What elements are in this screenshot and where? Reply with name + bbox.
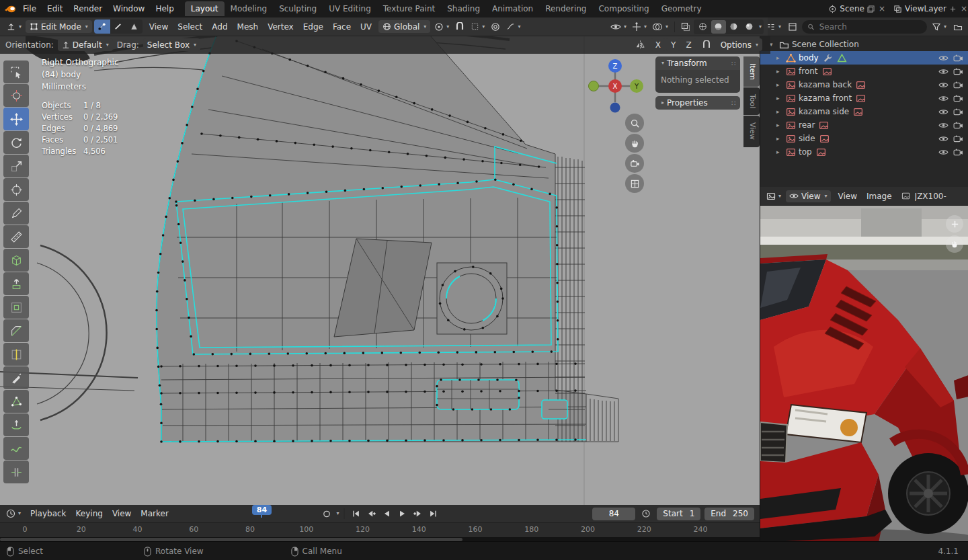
image-data-icon[interactable] (819, 134, 830, 144)
image-data-icon[interactable] (819, 120, 829, 130)
disable-in-renders-toggle[interactable] (953, 122, 963, 129)
vertex-select-button[interactable] (94, 19, 110, 34)
transform-orientation-dropdown[interactable]: Global ▾ (378, 20, 430, 33)
image-pan-button[interactable] (946, 235, 963, 253)
playhead[interactable]: 84 (252, 505, 272, 519)
viewport-canvas[interactable]: Right Orthographic (84) body Millimeters… (0, 36, 760, 505)
shading-solid-button[interactable] (711, 20, 726, 34)
image-name[interactable]: JZX100- (915, 192, 946, 201)
shading-wireframe-button[interactable] (696, 20, 711, 34)
sidebar-tab[interactable]: View (743, 116, 760, 147)
expand-icon[interactable]: ▸ (776, 135, 783, 142)
properties-panel-header[interactable]: ▸ Properties ∷ (655, 96, 740, 110)
hide-in-viewport-toggle[interactable] (938, 135, 949, 143)
grid-ortho-button[interactable] (625, 174, 644, 193)
timeline-menu-item[interactable]: Playback (26, 507, 71, 520)
image-editor-menu-item[interactable]: View (834, 190, 862, 203)
tool-smooth-button[interactable] (3, 437, 29, 460)
expand-icon[interactable]: ▸ (776, 68, 783, 75)
tool-bevel-button[interactable] (3, 319, 29, 342)
orientation-dropdown[interactable]: Default ▾ (58, 38, 113, 51)
hide-in-viewport-toggle[interactable] (938, 81, 949, 89)
edge-select-button[interactable] (110, 19, 126, 34)
outliner-object-row[interactable]: ▸ kazama side (760, 105, 968, 118)
workspace-tab[interactable]: Rendering (539, 1, 592, 16)
tool-add-cube-button[interactable] (3, 249, 29, 272)
face-select-button[interactable] (126, 19, 143, 34)
tool-knife-button[interactable] (3, 366, 29, 389)
start-frame-field[interactable]: Start1 (657, 508, 700, 520)
hide-in-viewport-toggle[interactable] (938, 149, 949, 156)
shading-rendered-button[interactable] (742, 20, 757, 34)
proportional-editing-toggle[interactable] (489, 21, 502, 33)
options-dropdown[interactable]: Options ▾ (717, 38, 762, 51)
viewlayer-selector[interactable]: ViewLayer × (890, 3, 968, 15)
image-data-icon[interactable] (853, 107, 863, 117)
viewport-menu-item[interactable]: Add (207, 20, 232, 34)
hide-in-viewport-toggle[interactable] (938, 108, 949, 116)
end-frame-field[interactable]: End250 (704, 508, 754, 520)
tool-scale-button[interactable] (3, 155, 29, 177)
tool-poly-build-button[interactable] (3, 390, 29, 413)
panel-grip[interactable]: ∷ (731, 99, 735, 107)
unlink-scene-button[interactable]: × (877, 4, 887, 13)
tool-rip-button[interactable] (3, 461, 29, 483)
disable-in-renders-toggle[interactable] (953, 95, 963, 102)
falloff-dropdown[interactable]: ▾ (504, 21, 522, 32)
tool-select-box-button[interactable] (3, 61, 29, 83)
app-menu-item[interactable]: Edit (42, 2, 68, 15)
snap-target-dropdown[interactable]: ▾ (469, 21, 487, 32)
gizmo-y-neg[interactable] (589, 81, 599, 91)
outliner-object-row[interactable]: ▸ kazama back (760, 78, 968, 91)
prev-keyframe-button[interactable] (365, 507, 378, 520)
tool-transform-button[interactable] (3, 178, 29, 201)
gizmo-z-neg[interactable] (610, 103, 620, 113)
editor-mode-dropdown[interactable]: View ▾ (786, 190, 831, 202)
sidebar-tab[interactable]: Tool (743, 87, 760, 115)
viewport-menu-item[interactable]: Edge (298, 20, 328, 34)
snap-toggle[interactable] (453, 21, 467, 33)
image-data-icon[interactable] (816, 147, 826, 157)
jump-to-end-button[interactable] (427, 507, 440, 520)
shading-material-button[interactable] (727, 20, 741, 34)
blender-logo-icon[interactable] (4, 4, 17, 13)
gizmos-dropdown[interactable]: ▾ (630, 21, 649, 33)
workspace-tab[interactable]: UV Editing (323, 1, 377, 16)
outliner-object-row[interactable]: ▸ front (760, 65, 968, 78)
tool-annotate-button[interactable] (3, 202, 29, 225)
image-data-icon[interactable] (822, 67, 832, 77)
disable-in-renders-toggle[interactable] (953, 54, 963, 62)
current-frame-field[interactable]: 84 (592, 508, 635, 520)
hide-in-viewport-toggle[interactable] (938, 122, 949, 129)
timeline-menu-item[interactable]: Keying (71, 507, 108, 520)
modifier-wrench-icon[interactable] (823, 53, 833, 63)
hide-in-viewport-toggle[interactable] (938, 68, 949, 75)
filter-dropdown[interactable]: ▾ (930, 21, 949, 33)
timeline-menu-item[interactable]: View (108, 507, 136, 520)
keying-dropdown[interactable]: ▾ (336, 511, 339, 516)
shading-dropdown[interactable]: ▾ (759, 24, 762, 30)
disable-in-renders-toggle[interactable] (953, 149, 963, 156)
xray-toggle[interactable] (679, 21, 692, 33)
disable-in-renders-toggle[interactable] (953, 68, 963, 75)
play-button[interactable] (396, 507, 409, 520)
new-scene-icon[interactable] (867, 5, 875, 13)
workspace-tab[interactable]: Sculpting (273, 1, 323, 16)
mode-selector[interactable]: Edit Mode ▾ (26, 20, 92, 33)
editor-type-button[interactable]: ▾ (4, 20, 24, 33)
workspace-tab[interactable]: Animation (486, 1, 539, 16)
zoom-button[interactable] (625, 114, 644, 132)
mirror-axis-button[interactable]: Y (666, 38, 680, 51)
image-datablock-icon[interactable] (899, 190, 912, 202)
timeline-ruler[interactable]: 020406080100120140160180200220240 (0, 523, 760, 537)
camera-view-button[interactable] (625, 154, 644, 173)
preview-range-toggle[interactable] (639, 508, 653, 520)
tool-spin-button[interactable] (3, 413, 29, 436)
pan-hand-button[interactable] (625, 134, 644, 153)
outliner-object-row[interactable]: ▸ rear (760, 118, 968, 132)
viewport-menu-item[interactable]: Face (328, 20, 356, 34)
sidebar-tab[interactable]: Item (743, 56, 760, 87)
navigation-gizmo[interactable]: Z Y X (583, 54, 647, 118)
disable-in-renders-toggle[interactable] (953, 108, 963, 116)
outliner-object-row[interactable]: ▸ side (760, 132, 968, 145)
